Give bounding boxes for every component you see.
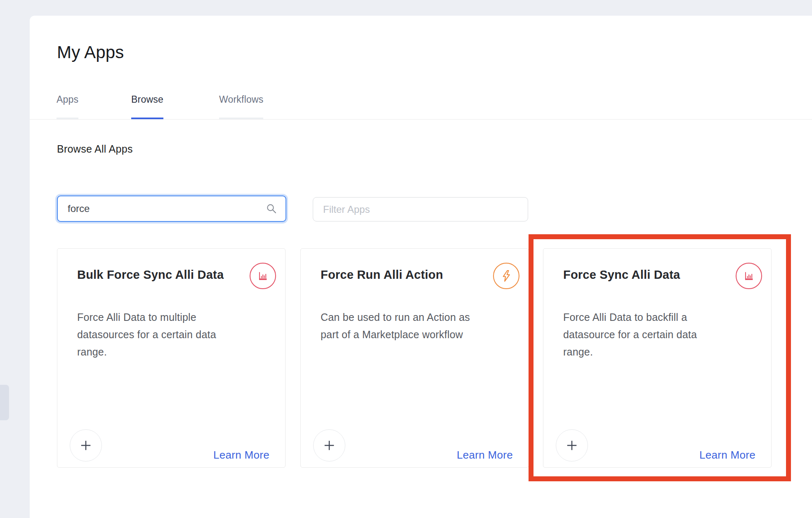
add-app-button[interactable] [70, 429, 102, 461]
filter-apps-input[interactable] [313, 197, 528, 221]
section-heading: Browse All Apps [57, 143, 133, 155]
page: My Apps Apps Browse Workflows Browse All… [0, 0, 812, 518]
left-rail-handle[interactable] [0, 385, 9, 420]
card-title: Bulk Force Sync Alli Data [77, 268, 231, 282]
plus-icon [78, 438, 93, 453]
app-card-force-run-alli-action: Force Run Alli Action Can be used to run… [300, 248, 529, 468]
bar-chart-icon [250, 263, 276, 289]
tab-divider [30, 119, 812, 120]
tab-browse[interactable]: Browse [131, 94, 163, 119]
add-app-button[interactable] [556, 429, 588, 461]
add-app-button[interactable] [313, 429, 345, 461]
learn-more-link[interactable]: Learn More [699, 448, 755, 461]
card-description: Force Alli Data to multiple datasources … [77, 308, 271, 360]
learn-more-link[interactable]: Learn More [457, 448, 513, 461]
app-card-force-sync-alli-data: Force Sync Alli Data Force Alli Data to … [543, 248, 772, 468]
tab-workflows[interactable]: Workflows [219, 94, 263, 119]
learn-more-link[interactable]: Learn More [213, 448, 269, 461]
bar-chart-icon [736, 263, 762, 289]
card-description: Force Alli Data to backfill a datasource… [563, 308, 757, 360]
card-description: Can be used to run an Action as part of … [321, 308, 515, 343]
plus-icon [564, 438, 579, 453]
search-box [57, 195, 286, 222]
main-panel: My Apps Apps Browse Workflows Browse All… [30, 16, 812, 518]
card-title: Force Sync Alli Data [563, 268, 718, 282]
search-input[interactable] [57, 195, 286, 222]
page-title: My Apps [57, 42, 124, 63]
plus-icon [322, 438, 337, 453]
card-title: Force Run Alli Action [321, 268, 475, 282]
app-card-bulk-force-sync-alli-data: Bulk Force Sync Alli Data Force Alli Dat… [57, 248, 286, 468]
tab-apps[interactable]: Apps [57, 94, 78, 119]
lightning-bolt-icon [493, 263, 519, 289]
